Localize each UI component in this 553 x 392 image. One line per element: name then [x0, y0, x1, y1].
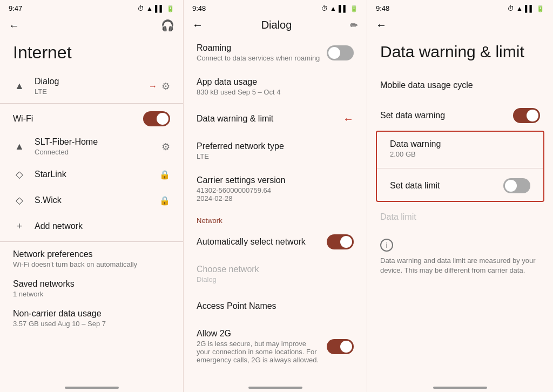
- wifi-icon: ▲: [146, 5, 153, 12]
- slt-subtitle: Connected: [35, 148, 98, 156]
- wifi-icon-swick: ◇: [13, 194, 26, 206]
- status-icons-3: ⏱ ▲ ▌▌ 🔋: [508, 5, 544, 12]
- home-indicator-1: [65, 387, 119, 389]
- preferred-network-title: Preferred network type: [197, 141, 284, 151]
- clock-icon: ⏱: [138, 5, 144, 12]
- plus-icon: +: [13, 221, 26, 232]
- mobile-cycle-item[interactable]: Mobile data usage cycle: [367, 70, 553, 100]
- apn-item[interactable]: Access Point Names: [184, 291, 367, 321]
- signal-icon-3: ▌▌: [525, 5, 534, 12]
- signal-bar-icon: ▲: [13, 80, 26, 92]
- divider-2: [0, 241, 183, 242]
- set-limit-toggle[interactable]: [503, 178, 530, 193]
- data-warning-title: Data warning & limit: [197, 114, 273, 124]
- battery-icon: 🔋: [166, 5, 174, 12]
- status-icons-1: ⏱ ▲ ▌▌ 🔋: [138, 5, 174, 12]
- saved-networks-item[interactable]: Saved networks 1 network: [0, 274, 183, 303]
- carrier-settings-item[interactable]: Carrier settings version 41302-560000007…: [184, 168, 367, 210]
- gear-icon-slt[interactable]: ⚙: [161, 141, 170, 153]
- choose-network-subtitle: Dialog: [197, 275, 259, 283]
- panel-internet: 9:47 ⏱ ▲ ▌▌ 🔋 ← 🎧 Internet ▲ Dialog LTE …: [0, 0, 184, 392]
- battery-icon-2: 🔋: [350, 5, 358, 12]
- app-data-usage-item[interactable]: App data usage 830 kB used Sep 5 – Oct 4: [184, 70, 367, 104]
- allow2g-toggle[interactable]: [327, 339, 354, 354]
- red-arrow-data-warning: ←: [343, 113, 354, 125]
- network-starlink[interactable]: ◇ StarLink 🔒: [0, 161, 183, 187]
- back-button-3[interactable]: ←: [376, 19, 387, 31]
- add-network-item[interactable]: + Add network: [0, 213, 183, 239]
- non-carrier-subtitle: 3.57 GB used Aug 10 – Sep 7: [13, 320, 106, 328]
- set-warning-item[interactable]: Set data warning: [367, 100, 553, 131]
- top-bar-2: ← Dialog ✏: [184, 15, 367, 36]
- data-limit-title: Data limit: [380, 212, 416, 222]
- signal-icon: ▌▌: [155, 5, 164, 12]
- data-warning-page-title: Data warning & limit: [367, 36, 553, 70]
- info-icon: i: [380, 239, 393, 252]
- auto-select-item[interactable]: Automatically select network: [184, 227, 367, 257]
- dialog-panel-title: Dialog: [261, 19, 292, 31]
- time-2: 9:48: [192, 4, 206, 12]
- status-bar-3: 9:48 ⏱ ▲ ▌▌ 🔋: [367, 0, 553, 15]
- panel-dialog: 9:48 ⏱ ▲ ▌▌ 🔋 ← Dialog ✏ Roaming Connect…: [184, 0, 367, 392]
- back-button-2[interactable]: ←: [192, 19, 203, 31]
- roaming-item[interactable]: Roaming Connect to data services when ro…: [184, 36, 367, 70]
- starlink-name: StarLink: [35, 170, 66, 179]
- mobile-cycle-title: Mobile data usage cycle: [380, 80, 473, 90]
- preferred-network-subtitle: LTE: [197, 152, 284, 160]
- status-bar-1: 9:47 ⏱ ▲ ▌▌ 🔋: [0, 0, 183, 15]
- data-warning-limit-item[interactable]: Data warning & limit ←: [184, 104, 367, 134]
- carrier-subtitle: 41302-56000000759.642024-02-28: [197, 186, 286, 202]
- apn-title: Access Point Names: [197, 301, 276, 311]
- sim-item-left: ▲ Dialog LTE: [13, 77, 59, 96]
- swick-name: S.Wick: [35, 195, 62, 205]
- saved-networks-subtitle: 1 network: [13, 290, 75, 298]
- allow2g-item[interactable]: Allow 2G 2G is less secure, but may impr…: [184, 321, 367, 371]
- non-carrier-item[interactable]: Non-carrier data usage 3.57 GB used Aug …: [0, 303, 183, 333]
- data-warning-value-item[interactable]: Data warning 2.00 GB: [377, 132, 543, 166]
- home-indicator-2: [248, 387, 302, 389]
- roaming-subtitle: Connect to data services when roaming: [197, 54, 320, 62]
- clock-icon-2: ⏱: [321, 5, 328, 12]
- sim-item-right: → ⚙: [149, 80, 170, 92]
- dialog-settings-list: Roaming Connect to data services when ro…: [184, 36, 367, 392]
- sim-item[interactable]: ▲ Dialog LTE → ⚙: [0, 71, 183, 101]
- signal-icon-2: ▌▌: [339, 5, 348, 12]
- allow2g-title: Allow 2G: [197, 329, 320, 339]
- top-bar-3: ←: [367, 15, 553, 36]
- network-prefs-title: Network preferences: [13, 249, 137, 259]
- wifi-icon-3: ▲: [516, 5, 523, 12]
- set-limit-item[interactable]: Set data limit: [377, 171, 543, 201]
- lock-icon-starlink: 🔒: [159, 170, 170, 180]
- add-network-label: Add network: [35, 221, 83, 231]
- highlighted-divider: [377, 168, 543, 168]
- edit-icon[interactable]: ✏: [350, 19, 358, 31]
- back-button-1[interactable]: ←: [9, 19, 19, 32]
- data-limit-item: Data limit: [367, 202, 553, 232]
- wifi-strong-icon: ▲: [13, 141, 26, 152]
- app-data-subtitle: 830 kB used Sep 5 – Oct 4: [197, 88, 280, 96]
- network-swick[interactable]: ◇ S.Wick 🔒: [0, 187, 183, 213]
- wifi-toggle[interactable]: [143, 111, 170, 126]
- data-warning-value-title: Data warning: [390, 139, 441, 149]
- preferred-network-item[interactable]: Preferred network type LTE: [184, 134, 367, 168]
- wifi-row[interactable]: Wi-Fi: [0, 106, 183, 132]
- lock-icon-swick: 🔒: [159, 195, 170, 206]
- network-slt[interactable]: ▲ SLT-Fiber-Home Connected ⚙: [0, 132, 183, 161]
- sim-name: Dialog: [35, 77, 59, 86]
- app-data-title: App data usage: [197, 77, 280, 87]
- wifi-label: Wi-Fi: [13, 114, 33, 124]
- choose-network-item: Choose network Dialog: [184, 257, 367, 291]
- set-warning-toggle[interactable]: [513, 108, 540, 123]
- home-indicator-3: [433, 387, 487, 389]
- gear-icon-sim[interactable]: ⚙: [161, 80, 170, 92]
- slt-name: SLT-Fiber-Home: [35, 137, 98, 147]
- network-prefs-item[interactable]: Network preferences Wi-Fi doesn't turn b…: [0, 244, 183, 274]
- set-limit-title: Set data limit: [390, 181, 440, 191]
- roaming-toggle[interactable]: [327, 45, 354, 60]
- page-title-internet: Internet: [0, 36, 183, 71]
- saved-networks-title: Saved networks: [13, 279, 75, 289]
- highlighted-section: Data warning 2.00 GB Set data limit: [376, 131, 544, 202]
- auto-select-toggle[interactable]: [327, 234, 354, 249]
- data-warning-value: 2.00 GB: [390, 150, 441, 158]
- network-prefs-subtitle: Wi-Fi doesn't turn back on automatically: [13, 260, 137, 268]
